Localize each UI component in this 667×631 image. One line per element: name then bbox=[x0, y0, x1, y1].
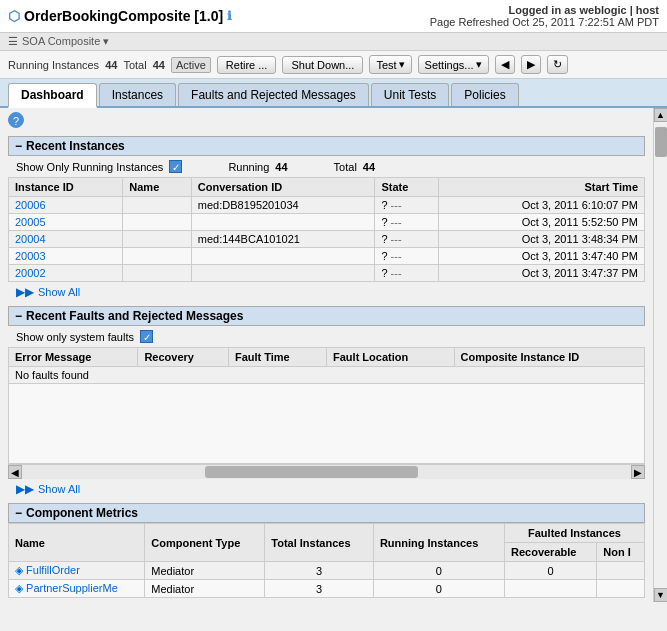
instance-id-link[interactable]: 20006 bbox=[15, 199, 46, 211]
main-content: ? − Recent Instances Show Only Running I… bbox=[0, 108, 667, 602]
start-time: Oct 3, 2011 6:10:07 PM bbox=[439, 197, 645, 214]
col-state: State bbox=[375, 178, 439, 197]
instance-name bbox=[123, 214, 192, 231]
col-name: Name bbox=[9, 524, 145, 562]
faults-show-all-link[interactable]: Show All bbox=[38, 483, 80, 495]
instance-id-link[interactable]: 20003 bbox=[15, 250, 46, 262]
running-count: 44 bbox=[275, 161, 287, 173]
metric-name-link[interactable]: PartnerSupplierMe bbox=[26, 582, 118, 594]
tab-dashboard[interactable]: Dashboard bbox=[8, 83, 97, 108]
tab-policies[interactable]: Policies bbox=[451, 83, 518, 106]
col-total-instances: Total Instances bbox=[265, 524, 374, 562]
recent-faults-header: − Recent Faults and Rejected Messages bbox=[8, 306, 645, 326]
settings-dropdown[interactable]: Settings... ▾ bbox=[418, 55, 489, 74]
active-label: Active bbox=[171, 57, 211, 73]
recent-instances-title: Recent Instances bbox=[26, 139, 125, 153]
instances-show-all-arrow: ▶▶ bbox=[16, 285, 34, 299]
help-row: ? bbox=[0, 108, 653, 132]
metric-type: Mediator bbox=[145, 580, 265, 598]
col-fault-time: Fault Time bbox=[228, 348, 326, 367]
hscroll-right-btn[interactable]: ▶ bbox=[631, 465, 645, 479]
table-row: 20006 med:DB8195201034 ? --- Oct 3, 2011… bbox=[9, 197, 645, 214]
tabs-bar: Dashboard Instances Faults and Rejected … bbox=[0, 79, 667, 108]
vscroll-track[interactable] bbox=[654, 122, 667, 588]
instance-id-link[interactable]: 20002 bbox=[15, 267, 46, 279]
col-instance-id: Instance ID bbox=[9, 178, 123, 197]
no-faults-message: No faults found bbox=[9, 367, 645, 384]
nav-back-button[interactable]: ◀ bbox=[495, 55, 515, 74]
refresh-label: Page Refreshed Oct 25, 2011 7:22:51 AM P… bbox=[430, 16, 659, 28]
instances-show-all-link[interactable]: Show All bbox=[38, 286, 80, 298]
recent-faults-section: − Recent Faults and Rejected Messages Sh… bbox=[8, 306, 645, 499]
vscroll-down-btn[interactable]: ▼ bbox=[654, 588, 668, 602]
hscroll-thumb bbox=[205, 466, 418, 478]
faults-show-all-arrow: ▶▶ bbox=[16, 482, 34, 496]
shutdown-button[interactable]: Shut Down... bbox=[282, 56, 363, 74]
system-faults-label: Show only system faults bbox=[16, 331, 134, 343]
metric-non bbox=[597, 562, 645, 580]
component-metrics-header: − Component Metrics bbox=[8, 503, 645, 523]
state-cell: ? --- bbox=[375, 214, 439, 231]
tab-unit-tests[interactable]: Unit Tests bbox=[371, 83, 449, 106]
table-row: 20002 ? --- Oct 3, 2011 3:47:37 PM bbox=[9, 265, 645, 282]
running-instances-value: 44 bbox=[105, 59, 117, 71]
faults-collapse-icon[interactable]: − bbox=[15, 309, 22, 323]
faults-empty-row bbox=[9, 384, 645, 464]
nav-fwd-button[interactable]: ▶ bbox=[521, 55, 541, 74]
instance-name bbox=[123, 231, 192, 248]
show-only-running-checkbox[interactable]: ✓ bbox=[169, 160, 182, 173]
hscroll-left-btn[interactable]: ◀ bbox=[8, 465, 22, 479]
toolbar: Running Instances 44 Total 44 Active Ret… bbox=[0, 51, 667, 79]
col-recovery: Recovery bbox=[138, 348, 229, 367]
tab-faults[interactable]: Faults and Rejected Messages bbox=[178, 83, 369, 106]
conversation-id bbox=[191, 214, 375, 231]
col-fault-location: Fault Location bbox=[327, 348, 455, 367]
info-icon[interactable]: ℹ bbox=[227, 9, 232, 23]
app-icon: ⬡ bbox=[8, 8, 20, 24]
vertical-scrollbar[interactable]: ▲ ▼ bbox=[653, 108, 667, 602]
retire-button[interactable]: Retire ... bbox=[217, 56, 277, 74]
start-time: Oct 3, 2011 3:48:34 PM bbox=[439, 231, 645, 248]
refresh-button[interactable]: ↻ bbox=[547, 55, 568, 74]
state-cell: ? --- bbox=[375, 231, 439, 248]
collapse-icon[interactable]: − bbox=[15, 139, 22, 153]
start-time: Oct 3, 2011 3:47:40 PM bbox=[439, 248, 645, 265]
conversation-id bbox=[191, 248, 375, 265]
col-error-message: Error Message bbox=[9, 348, 138, 367]
metrics-table: Name Component Type Total Instances Runn… bbox=[8, 523, 645, 598]
state-cell: ? --- bbox=[375, 265, 439, 282]
app-title: ⬡ OrderBookingComposite [1.0] ℹ bbox=[8, 8, 232, 24]
start-time: Oct 3, 2011 5:52:50 PM bbox=[439, 214, 645, 231]
recent-faults-title: Recent Faults and Rejected Messages bbox=[26, 309, 243, 323]
tab-instances[interactable]: Instances bbox=[99, 83, 176, 106]
table-row: ◈ FulfillOrder Mediator 3 0 0 bbox=[9, 562, 645, 580]
table-row: 20004 med:144BCA101021 ? --- Oct 3, 2011… bbox=[9, 231, 645, 248]
start-time: Oct 3, 2011 3:47:37 PM bbox=[439, 265, 645, 282]
login-info: Logged in as weblogic | host Page Refres… bbox=[430, 4, 659, 28]
col-component-type: Component Type bbox=[145, 524, 265, 562]
system-faults-checkbox[interactable]: ✓ bbox=[140, 330, 153, 343]
test-dropdown[interactable]: Test ▾ bbox=[369, 55, 411, 74]
instance-name bbox=[123, 265, 192, 282]
composite-icon: ☰ bbox=[8, 35, 18, 48]
component-metrics-title: Component Metrics bbox=[26, 506, 138, 520]
col-start-time: Start Time bbox=[439, 178, 645, 197]
metric-name-link[interactable]: FulfillOrder bbox=[26, 564, 80, 576]
table-row: ◈ PartnerSupplierMe Mediator 3 0 bbox=[9, 580, 645, 598]
sub-header: ☰ SOA Composite ▾ bbox=[0, 33, 667, 51]
instance-id-link[interactable]: 20005 bbox=[15, 216, 46, 228]
vscroll-thumb bbox=[655, 127, 667, 157]
col-composite-id: Composite Instance ID bbox=[454, 348, 644, 367]
vscroll-up-btn[interactable]: ▲ bbox=[654, 108, 668, 122]
total-value: 44 bbox=[153, 59, 165, 71]
instance-id-link[interactable]: 20004 bbox=[15, 233, 46, 245]
metric-running: 0 bbox=[373, 580, 504, 598]
host-separator: | bbox=[630, 4, 633, 16]
help-icon[interactable]: ? bbox=[8, 112, 24, 128]
metrics-collapse-icon[interactable]: − bbox=[15, 506, 22, 520]
show-only-running-label: Show Only Running Instances bbox=[16, 161, 163, 173]
running-label: Running bbox=[228, 161, 269, 173]
composite-label[interactable]: SOA Composite ▾ bbox=[22, 35, 109, 48]
total-instances-label: Total bbox=[334, 161, 357, 173]
hscroll-track[interactable] bbox=[22, 465, 631, 479]
